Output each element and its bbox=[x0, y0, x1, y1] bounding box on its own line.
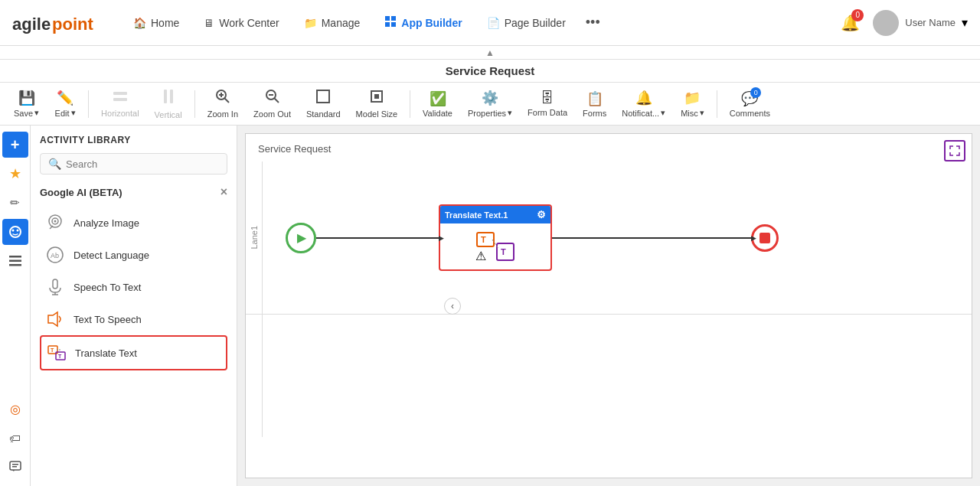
avatar bbox=[873, 10, 899, 36]
formdata-label: Form Data bbox=[528, 108, 567, 117]
svg-text:T: T bbox=[501, 247, 506, 256]
standard-button[interactable]: Standard bbox=[300, 86, 347, 122]
svg-text:T: T bbox=[51, 347, 54, 353]
task-gear-icon[interactable]: ⚙ bbox=[537, 209, 546, 220]
activity-item-translate-text[interactable]: T T Translate Text bbox=[40, 335, 227, 370]
task-node[interactable]: Translate Text.1 ⚙ T T bbox=[439, 204, 552, 271]
toolbar-divider-4 bbox=[717, 90, 717, 118]
arrow-2-head: ▶ bbox=[751, 234, 756, 242]
nav-workcenter[interactable]: 🖥 Work Center bbox=[193, 12, 289, 34]
vertical-button[interactable]: Vertical bbox=[149, 85, 188, 122]
toolbar-divider-2 bbox=[194, 90, 195, 118]
task-body: T T ⚠ bbox=[440, 223, 550, 269]
horizontal-button[interactable]: Horizontal bbox=[95, 86, 145, 121]
tag-button[interactable]: 🏷 bbox=[2, 425, 28, 451]
warning-icon: ⚠ bbox=[475, 249, 486, 263]
activity-item-speech-to-text[interactable]: Speech To Text bbox=[40, 271, 227, 303]
chevron-bar[interactable]: ▲ bbox=[0, 46, 980, 60]
svg-point-21 bbox=[11, 230, 14, 232]
properties-button[interactable]: ⚙️ Properties ▾ bbox=[462, 86, 518, 121]
nav-manage[interactable]: 📁 Manage bbox=[293, 12, 371, 34]
lane-1-label: Lane1 bbox=[246, 161, 263, 314]
user-area[interactable]: User Name ▾ bbox=[873, 10, 968, 36]
activity-item-text-to-speech[interactable]: Text To Speech bbox=[40, 303, 227, 335]
grid-icon bbox=[384, 15, 397, 30]
misc-icon: 📁 bbox=[684, 90, 701, 106]
search-box[interactable]: 🔍 bbox=[40, 153, 227, 175]
speech-to-text-label: Speech To Text bbox=[74, 282, 141, 293]
top-navigation: agile point 🏠 Home 🖥 Work Center 📁 Manag… bbox=[0, 0, 980, 46]
lane-1-content: ▶ ▶ Translate Text.1 ⚙ bbox=[263, 161, 972, 314]
zoomin-button[interactable]: Zoom In bbox=[201, 86, 244, 122]
activity-item-detect-language[interactable]: Ab Detect Language bbox=[40, 239, 227, 271]
arrow-1: ▶ bbox=[316, 237, 439, 239]
vertical-label: Vertical bbox=[155, 110, 182, 119]
edit-icon: ✏️ bbox=[57, 90, 74, 106]
circle-button[interactable]: ◎ bbox=[2, 396, 28, 422]
lane-2 bbox=[246, 315, 972, 437]
notification-button[interactable]: 🔔 0 bbox=[836, 9, 864, 37]
comments-label: Comments bbox=[730, 109, 770, 118]
favorites-button[interactable]: ★ bbox=[2, 161, 28, 187]
standard-label: Standard bbox=[306, 109, 341, 119]
logo[interactable]: agile point bbox=[12, 10, 104, 36]
lane-2-label bbox=[246, 315, 263, 437]
arrow-2: ▶ bbox=[552, 237, 751, 239]
misc-button[interactable]: 📁 Misc ▾ bbox=[675, 86, 710, 121]
panel-collapse-button[interactable]: ‹ bbox=[444, 298, 461, 315]
notifications-button[interactable]: 🔔 Notificat... ▾ bbox=[616, 86, 671, 121]
validate-label: Validate bbox=[423, 109, 452, 118]
page-title-bar: Service Request bbox=[0, 60, 980, 83]
zoomout-button[interactable]: Zoom Out bbox=[247, 86, 297, 122]
edit-sidebar-button[interactable]: ✏ bbox=[2, 190, 28, 216]
properties-dropdown-icon: ▾ bbox=[508, 108, 512, 118]
end-square-icon bbox=[760, 233, 770, 243]
search-input[interactable] bbox=[66, 158, 219, 170]
validate-button[interactable]: ✅ Validate bbox=[416, 87, 459, 121]
svg-point-20 bbox=[10, 227, 21, 237]
nav-right: 🔔 0 User Name ▾ bbox=[836, 9, 968, 37]
svg-point-22 bbox=[16, 230, 18, 232]
canvas-expand-button[interactable] bbox=[944, 140, 965, 161]
save-label: Save ▾ bbox=[14, 108, 39, 118]
home-icon: 🏠 bbox=[133, 17, 146, 29]
svg-rect-4 bbox=[385, 22, 390, 27]
chat-button[interactable] bbox=[2, 454, 28, 480]
svg-rect-36 bbox=[53, 279, 57, 289]
ai-button[interactable] bbox=[2, 219, 28, 245]
activity-item-analyze-image[interactable]: Analyze Image bbox=[40, 207, 227, 239]
save-button[interactable]: 💾 Save ▾ bbox=[8, 86, 45, 121]
start-node[interactable]: ▶ bbox=[286, 223, 316, 253]
edit-button[interactable]: ✏️ Edit ▾ bbox=[48, 86, 82, 121]
formdata-icon: 🗄 bbox=[541, 90, 554, 106]
add-activity-button[interactable]: + bbox=[2, 132, 28, 158]
modelsize-button[interactable]: Model Size bbox=[350, 86, 403, 122]
toolbar-divider-1 bbox=[88, 90, 89, 118]
comments-button[interactable]: 💬 0 Comments bbox=[724, 87, 776, 121]
formdata-button[interactable]: 🗄 Form Data bbox=[521, 87, 573, 120]
svg-point-32 bbox=[54, 220, 57, 223]
detect-language-label: Detect Language bbox=[74, 250, 149, 261]
section-close-button[interactable]: × bbox=[220, 185, 227, 199]
notifications-dropdown-icon: ▾ bbox=[661, 108, 665, 118]
svg-rect-9 bbox=[170, 90, 173, 103]
vertical-icon bbox=[162, 88, 175, 109]
nav-pagebuilder-label: Page Builder bbox=[505, 17, 566, 29]
nav-more-button[interactable]: ••• bbox=[580, 11, 606, 34]
list-button[interactable] bbox=[2, 248, 28, 274]
svg-rect-24 bbox=[9, 260, 21, 263]
zoomout-icon bbox=[265, 89, 280, 108]
search-icon: 🔍 bbox=[48, 158, 61, 170]
forms-button[interactable]: 📋 Forms bbox=[577, 87, 612, 121]
lane-1: Lane1 ▶ ▶ bbox=[246, 161, 972, 315]
svg-rect-27 bbox=[12, 464, 18, 465]
nav-pagebuilder[interactable]: 📄 Page Builder bbox=[476, 12, 577, 34]
nav-appbuilder[interactable]: App Builder bbox=[374, 11, 472, 34]
svg-marker-39 bbox=[48, 312, 57, 326]
svg-text:point: point bbox=[52, 15, 93, 34]
analyze-image-icon bbox=[44, 212, 66, 233]
canvas-inner: Service Request Lane1 bbox=[245, 133, 972, 478]
svg-rect-19 bbox=[374, 94, 379, 99]
nav-home[interactable]: 🏠 Home bbox=[122, 12, 190, 34]
activity-library-panel: ACTIVITY LIBRARY 🔍 Google AI (BETA) × An… bbox=[31, 126, 237, 486]
